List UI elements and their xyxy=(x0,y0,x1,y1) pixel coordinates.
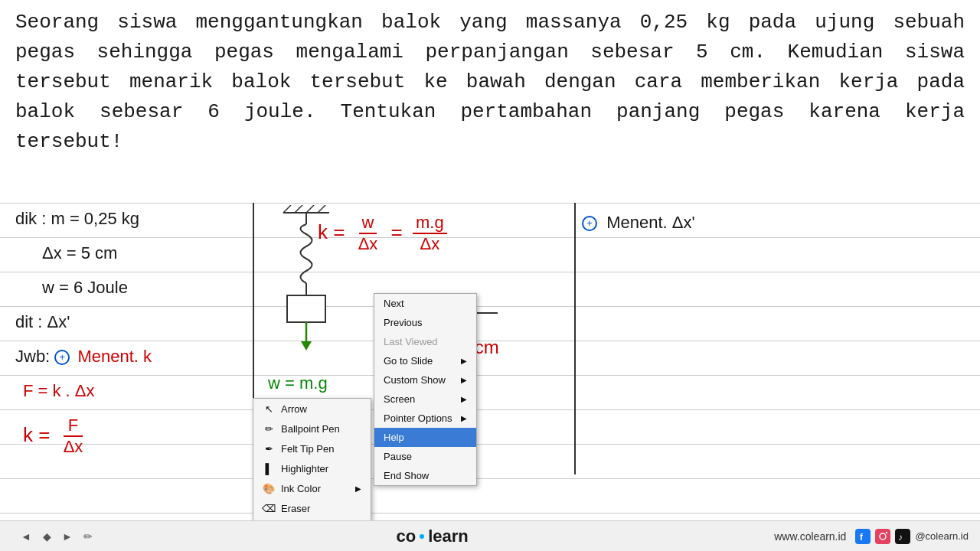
ruled-line-6 xyxy=(0,375,980,376)
step1-label: Menent. k xyxy=(77,347,152,366)
ruled-line-9 xyxy=(0,478,980,479)
prev-slide-button[interactable]: ◄ xyxy=(18,528,34,545)
menu-customshow[interactable]: Custom Show ▶ xyxy=(374,370,476,390)
svg-line-2 xyxy=(295,205,302,213)
customshow-label: Custom Show xyxy=(384,374,446,386)
ruled-line-10 xyxy=(0,513,980,514)
svg-line-1 xyxy=(283,205,291,213)
svg-line-3 xyxy=(306,205,314,213)
menu-screen[interactable]: Screen ▶ xyxy=(374,390,476,409)
pointeropts-arrow: ▶ xyxy=(461,414,467,422)
question-content: Seorang siswa menggantungkan balok yang … xyxy=(15,11,965,153)
gotoslide-arrow: ▶ xyxy=(461,357,467,365)
pen-slide-button[interactable]: ✏ xyxy=(80,528,96,545)
ballpoint-icon: ✏ xyxy=(263,422,275,435)
dik-x: Δx = 5 cm xyxy=(42,243,117,263)
bottom-bar: ◄ ◆ ► ✏ co learn www.colearn.id f xyxy=(0,520,980,551)
dit: dit : Δx' xyxy=(15,312,70,332)
svg-rect-12 xyxy=(875,529,890,544)
menu-pointeropts[interactable]: Pointer Options ▶ xyxy=(374,409,476,428)
menu-help[interactable]: Help xyxy=(374,428,476,447)
menu-slide-button[interactable]: ◆ xyxy=(38,528,55,545)
next-label: Next xyxy=(384,298,404,309)
w-mg: w = m.g xyxy=(268,373,328,393)
menu-eraseall[interactable]: ⊗ Erase All Ink on Slide xyxy=(253,518,371,520)
website-text: www.colearn.id xyxy=(774,530,846,543)
k-formula-main: k = w Δx = m.g Δx xyxy=(318,213,452,254)
screen-arrow: ▶ xyxy=(461,395,467,403)
k-fraction: k = F Δx xyxy=(23,416,87,457)
logo-co: co xyxy=(396,527,416,546)
step2-label: + Menent. Δx' xyxy=(582,213,695,233)
eraser-label: Eraser xyxy=(281,503,310,514)
f-k-dx: F = k . Δx xyxy=(23,381,95,401)
screen-label: Screen xyxy=(384,393,415,405)
inkcolor-arrow: ▶ xyxy=(355,484,361,493)
logo: co learn xyxy=(396,527,468,546)
ruled-line-8 xyxy=(0,444,980,445)
ruled-line-4 xyxy=(0,306,980,307)
instagram-icon xyxy=(875,529,890,544)
menu-eraser[interactable]: ⌫ Eraser xyxy=(253,498,371,518)
social-handle: @colearn.id xyxy=(915,530,969,542)
logo-learn: learn xyxy=(428,527,469,546)
menu-gotoslide[interactable]: Go to Slide ▶ xyxy=(374,351,476,370)
facebook-icon: f xyxy=(855,529,871,544)
nav-context-menu[interactable]: Next Previous Last Viewed Go to Slide ▶ … xyxy=(374,293,477,486)
arrow-menu-icon: ↖ xyxy=(263,403,275,415)
pen-context-menu[interactable]: ↖ Arrow ✏ Ballpoint Pen ✒ Felt Tip Pen ▌… xyxy=(253,398,371,520)
lastviewed-label: Last Viewed xyxy=(384,336,438,347)
svg-point-14 xyxy=(886,531,887,533)
pointeropts-label: Pointer Options xyxy=(384,412,452,424)
dik-w: w = 6 Joule xyxy=(42,278,128,298)
ruled-line-3 xyxy=(0,272,980,272)
ballpoint-label: Ballpoint Pen xyxy=(281,423,340,435)
ruled-line-1 xyxy=(0,203,980,204)
tiktok-icon: ♪ xyxy=(895,529,910,544)
menu-ballpoint[interactable]: ✏ Ballpoint Pen xyxy=(253,419,371,439)
social-icons: f ♪ @colearn.id xyxy=(855,529,969,544)
menu-next[interactable]: Next xyxy=(374,294,476,313)
jwb-label: Jwb: + Menent. k xyxy=(15,347,152,367)
slide-area: Seorang siswa menggantungkan balok yang … xyxy=(0,0,980,520)
svg-marker-9 xyxy=(301,341,312,350)
logo-separator xyxy=(420,534,424,539)
inkcolor-icon: 🎨 xyxy=(263,482,275,494)
svg-text:♪: ♪ xyxy=(898,532,903,543)
question-text: Seorang siswa menggantungkan balok yang … xyxy=(15,8,965,157)
endshow-label: End Show xyxy=(384,470,429,481)
bottom-right-area: www.colearn.id f ♪ @colearn.id xyxy=(774,529,969,544)
customshow-arrow: ▶ xyxy=(461,376,467,384)
felttip-icon: ✒ xyxy=(263,442,275,455)
gotoslide-label: Go to Slide xyxy=(384,355,433,367)
menu-highlighter[interactable]: ▌ Highlighter xyxy=(253,458,371,478)
vertical-divider-2 xyxy=(574,203,576,474)
menu-previous[interactable]: Previous xyxy=(374,313,476,332)
menu-felttip[interactable]: ✒ Felt Tip Pen xyxy=(253,439,371,458)
inkcolor-label: Ink Color xyxy=(281,483,321,494)
menu-lastviewed: Last Viewed xyxy=(374,332,476,351)
svg-line-4 xyxy=(318,205,325,213)
slide-controls[interactable]: ◄ ◆ ► ✏ xyxy=(18,528,96,545)
help-label: Help xyxy=(384,432,404,443)
highlighter-icon: ▌ xyxy=(263,462,275,474)
highlighter-label: Highlighter xyxy=(281,463,328,474)
dik-m: dik : m = 0,25 kg xyxy=(15,209,139,229)
next-slide-button[interactable]: ► xyxy=(59,528,76,545)
svg-rect-15 xyxy=(895,529,910,544)
svg-rect-7 xyxy=(287,295,325,322)
svg-rect-10 xyxy=(855,529,871,544)
ruled-line-7 xyxy=(0,409,980,410)
pause-label: Pause xyxy=(384,451,412,462)
felttip-label: Felt Tip Pen xyxy=(281,443,334,455)
menu-inkcolor[interactable]: 🎨 Ink Color ▶ xyxy=(253,478,371,498)
ruled-line-2 xyxy=(0,237,980,238)
previous-label: Previous xyxy=(384,317,423,328)
menu-endshow[interactable]: End Show xyxy=(374,466,476,485)
menu-pause[interactable]: Pause xyxy=(374,447,476,466)
eraser-icon: ⌫ xyxy=(263,502,275,514)
arrow-label: Arrow xyxy=(281,403,307,415)
menu-arrow[interactable]: ↖ Arrow xyxy=(253,399,371,419)
